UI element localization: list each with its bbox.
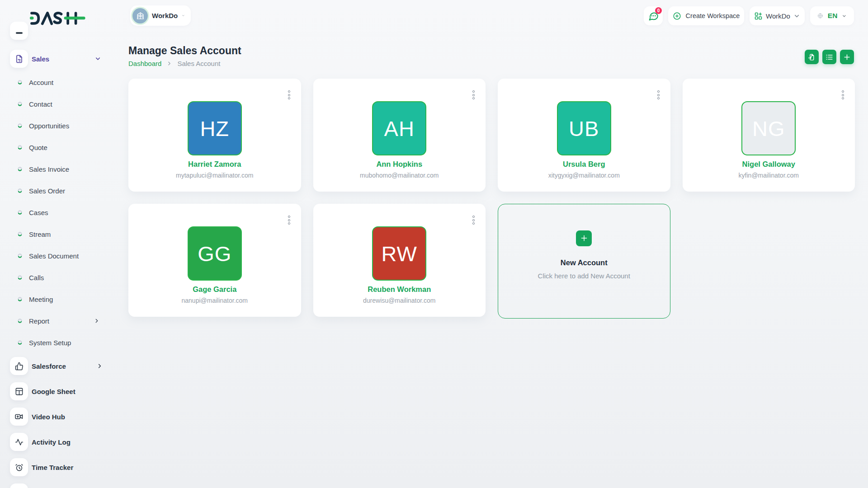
sidebar-item-contact[interactable]: Contact [0,99,118,109]
account-card: RW Reuben Workman durewisu@mailinator.co… [313,204,486,317]
account-name[interactable]: Nigel Galloway [742,160,795,169]
card-menu-button[interactable] [656,89,660,100]
chevron-down-icon [94,56,101,62]
sidebar-item-sales-invoice[interactable]: Sales Invoice [0,164,118,174]
breadcrumb-dashboard-link[interactable]: Dashboard [128,60,161,67]
sidebar-item-label: Sales Order [29,187,65,195]
sidebar-item-label: Calls [29,274,44,282]
account-name[interactable]: Harriet Zamora [188,160,241,169]
export-button[interactable] [805,50,819,64]
file-text-icon [10,50,28,68]
card-menu-button[interactable] [287,215,291,225]
sidebar-item-label: Stream [29,230,51,238]
account-avatar: RW [372,226,426,281]
create-workspace-button[interactable]: Create Workspace [668,6,744,25]
sidebar-item-google-sheet[interactable]: Google Sheet [0,382,118,400]
account-card: HZ Harriet Zamora mytapuluci@mailinator.… [128,79,301,192]
sidebar-item-sales[interactable]: Sales [0,50,118,68]
sidebar-item-sales-order[interactable]: Sales Order [0,185,118,196]
sidebar-item-sales-document[interactable]: Sales Document [0,250,118,261]
circle-plus-icon [673,12,681,20]
sidebar-item-meeting[interactable]: Meeting [0,294,118,305]
account-avatar: NG [741,101,796,155]
list-view-button[interactable] [822,50,836,64]
language-selector[interactable]: EN [810,6,854,25]
sidebar-item-label: System Setup [29,339,71,347]
sidebar-item-opportunities[interactable]: Opportunities [0,120,118,131]
add-account-button[interactable] [840,50,854,64]
account-card: NG Nigel Galloway kyfin@mailinator.com [683,79,855,192]
sidebar-item-system-setup[interactable]: System Setup [0,337,118,348]
card-menu-button[interactable] [472,89,476,100]
account-email: xitygyxig@mailinator.com [548,172,620,179]
sidebar: Sales Account Contact Opportunities Quot… [0,0,118,488]
video-camera-icon [10,408,28,426]
card-menu-button[interactable] [287,89,291,100]
account-avatar: GG [188,226,242,281]
page-title: Manage Sales Account [128,45,241,57]
sidebar-item-time-tracker[interactable]: Time Tracker [0,458,118,476]
sidebar-item-label: Activity Log [32,438,71,446]
workspace-switcher-label: WorkDo [766,12,790,20]
sidebar-item-quote[interactable]: Quote [0,142,118,153]
sidebar-item-report[interactable]: Report [0,315,118,326]
account-name[interactable]: Gage Garcia [193,285,236,294]
breadcrumb: Dashboard Sales Account [128,60,220,67]
account-card: GG Gage Garcia nanupi@mailinator.com [128,204,301,317]
grid-plus-icon [754,12,763,20]
bullet-icon [18,188,22,193]
workspace-selector[interactable]: WorkDo [130,5,191,26]
account-email: kyfin@mailinator.com [739,172,799,179]
messages-button[interactable]: 0 [644,6,663,25]
sidebar-item-cases[interactable]: Cases [0,207,118,218]
sidebar-item-partial-bottom[interactable] [10,483,28,488]
sidebar-item-calls[interactable]: Calls [0,272,118,283]
sidebar-item-label: Account [29,79,53,86]
dash-icon [16,32,23,34]
bullet-icon [18,297,22,301]
bullet-icon [18,253,22,258]
sidebar-item-account[interactable]: Account [0,77,118,88]
new-account-plus-button[interactable] [576,230,592,246]
bullet-icon [18,123,22,128]
sidebar-item-stream[interactable]: Stream [0,229,118,239]
plus-icon [843,53,851,61]
chevron-down-icon [842,13,847,19]
page-actions [805,50,854,64]
chevron-right-icon [94,318,100,324]
sidebar-item-label: Report [29,317,49,325]
sidebar-item-label: Cases [29,209,48,216]
bullet-icon [18,145,22,150]
account-name[interactable]: Ann Hopkins [376,160,422,169]
bullet-icon [18,232,22,236]
sidebar-item-salesforce[interactable]: Salesforce [0,357,118,375]
language-code: EN [828,12,838,20]
sidebar-item-label: Salesforce [32,362,66,370]
bullet-icon [18,167,22,171]
chevron-down-icon [793,13,800,19]
new-account-card[interactable]: New Account Click here to add New Accoun… [498,204,670,319]
dash-logo[interactable] [27,8,86,28]
chevron-right-icon [166,61,172,66]
chevron-down-icon [182,12,185,19]
workspace-switcher-button[interactable]: WorkDo [750,6,805,25]
bullet-icon [18,102,22,106]
messages-badge: 0 [655,7,662,14]
account-name[interactable]: Ursula Berg [563,160,605,169]
sidebar-item-activity-log[interactable]: Activity Log [0,433,118,451]
account-name[interactable]: Reuben Workman [368,285,431,294]
sidebar-item-label: Sales [32,55,49,63]
sidebar-item-video-hub[interactable]: Video Hub [0,408,118,426]
activity-icon [10,433,28,451]
accounts-grid: HZ Harriet Zamora mytapuluci@mailinator.… [128,79,855,319]
sidebar-item-label: Video Hub [32,413,65,421]
sidebar-item-label: Contact [29,100,52,108]
card-menu-button[interactable] [841,89,845,100]
sidebar-item-partial-top[interactable] [10,22,28,40]
bullet-icon [18,319,22,323]
plus-icon [580,234,588,242]
card-menu-button[interactable] [472,215,476,225]
workspace-name: WorkDo [152,12,178,19]
globe-icon [817,12,823,20]
account-email: nanupi@mailinator.com [181,297,248,304]
